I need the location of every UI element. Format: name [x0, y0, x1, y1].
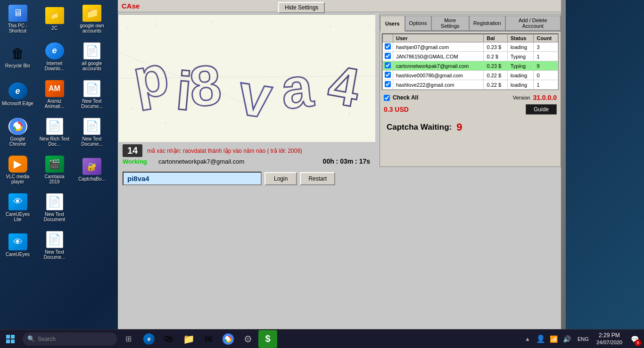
desktop-icon-all-google[interactable]: 📄 all google accounts [73, 38, 111, 75]
user-table-row[interactable]: hashjan07@gmail.com 0.23 $ loading 3 [383, 42, 558, 52]
tab-registration[interactable]: Registration [469, 16, 505, 31]
guide-button[interactable]: Guide [526, 104, 557, 115]
user-table-row[interactable]: hashlove222@gmail.com 0.22 $ loading 1 [383, 80, 558, 90]
svg-point-33 [226, 337, 230, 341]
user-email-2: cartonnetworkpak7@gmail.com [393, 61, 484, 71]
desktop-icon-ms-edge[interactable]: e Microsoft Edge [0, 75, 35, 113]
desktop-icon-new-text-2[interactable]: 📄 New Text Docume... [73, 113, 111, 151]
tab-add-delete[interactable]: Add / Delete Acccount [505, 16, 561, 31]
taskbar-edge-icon: e [148, 336, 151, 342]
usd-guide-row: 0.3 USD Guide [380, 103, 561, 116]
icon-label-captcha: CaptchaBo... [78, 176, 106, 182]
desktop-icon-careu-lite[interactable]: 👁 CareUEyes Lite [0, 189, 35, 226]
icon-label-new-text-1: New Text Docume... [75, 99, 109, 109]
taskbar-dollar-button[interactable]: $ [258, 330, 277, 348]
desktop-icon-inet-dl[interactable]: e Internet Downlo... [37, 38, 72, 75]
desktop-icon-2c[interactable]: 📁 2C [37, 0, 72, 38]
show-hidden-icons-button[interactable]: ▲ [522, 330, 533, 348]
icon-label-new-text-4: New Text Docume... [39, 249, 70, 260]
tab-more-settings[interactable]: More Settings [431, 16, 469, 31]
desktop-icon-recycle-bin[interactable]: 🗑 Recycle Bin [0, 38, 35, 75]
svg-point-13 [358, 108, 359, 109]
clock-time: 2:29 PM [599, 332, 620, 340]
svg-point-5 [139, 40, 140, 41]
tab-options[interactable]: Options [405, 16, 431, 31]
search-icon: 🔍 [27, 335, 35, 342]
svg-point-15 [146, 132, 147, 133]
desktop-icon-new-text-4[interactable]: 📄 New Text Docume... [37, 226, 72, 264]
col-header-bal: Bal [484, 34, 507, 42]
clock-area[interactable]: 2:29 PM 24/07/2020 [594, 330, 625, 348]
taskbar-folder-icon: 📁 [183, 333, 195, 345]
user-email-1: JAN786150@GMAIL.COM [393, 52, 484, 61]
user-bal-2: 0.23 $ [484, 61, 507, 71]
user-table-row[interactable]: cartonnetworkpak7@gmail.com 0.23 $ Typin… [383, 61, 558, 71]
taskbar-folder-button[interactable]: 📁 [179, 330, 198, 348]
hide-settings-button[interactable]: Hide Settings [278, 2, 325, 13]
working-row: Working cartonnetworkpak7@gmail.com 00h … [118, 156, 375, 167]
app-title: CAse [122, 2, 140, 10]
language-indicator[interactable]: ENG [575, 330, 592, 348]
captcha-input[interactable] [123, 172, 262, 185]
user-checkbox-0[interactable] [385, 43, 391, 50]
desktop-icon-careu[interactable]: 👁 CareUEyes [0, 226, 35, 264]
taskbar-store-button[interactable]: 🛍 [159, 330, 178, 348]
captcha-waiting-row: Captcha Waiting: 9 [380, 116, 561, 138]
scroll-indicator [561, 0, 566, 330]
icon-label-2c: 2C [51, 25, 58, 31]
desktop-icon-new-text-3[interactable]: 📄 New Text Document [37, 189, 72, 226]
taskbar-chrome-button[interactable] [219, 330, 238, 348]
taskbar-store-icon: 🛍 [164, 333, 173, 344]
timer-display: 00h : 03m : 17s [323, 157, 370, 165]
captcha-svg: p i 8 v a 4 [118, 15, 375, 142]
tray-network-icon-area[interactable]: 📶 [548, 330, 560, 348]
login-button[interactable]: Login [264, 172, 297, 185]
desktop-icon-vlc[interactable]: ▶ VLC media player [0, 151, 35, 189]
svg-point-16 [165, 123, 166, 124]
desktop-icon-animiz[interactable]: AM Animiz Animati... [37, 75, 72, 113]
user-checkbox-4[interactable] [385, 81, 391, 87]
taskbar-search-bar[interactable]: 🔍 Search [23, 332, 117, 346]
taskbar-edge-button[interactable]: e [140, 330, 158, 348]
task-view-button[interactable]: ⊞ [119, 330, 138, 348]
desktop-icon-new-text-1[interactable]: 📄 New Text Docume... [73, 75, 111, 113]
svg-point-10 [330, 26, 331, 27]
users-table: User Bal Status Count hashjan07@gmail.co… [382, 34, 558, 90]
user-status-2: Typing [507, 61, 534, 71]
captcha-waiting-label: Captcha Waiting: [387, 123, 452, 132]
taskbar-pinned-items: e 🛍 📁 ✉ ⚙ [138, 330, 279, 348]
user-checkbox-2[interactable] [385, 62, 391, 68]
taskbar-mail-button[interactable]: ✉ [199, 330, 218, 348]
notification-area[interactable]: 💬 9 [627, 330, 642, 348]
user-count-4: 1 [534, 80, 558, 90]
icon-label-camtasia: Camtasia 2019 [39, 174, 70, 184]
user-email-3: hashlove000786@gmail.com [393, 71, 484, 80]
desktop-icon-camtasia[interactable]: 🎬 Camtasia 2019 [37, 151, 72, 189]
tab-users[interactable]: Users [380, 16, 405, 32]
start-button[interactable] [0, 330, 21, 348]
desktop-icons-col3: 📁 google own accounts 📄 all google accou… [73, 0, 116, 189]
user-count-0: 3 [534, 42, 558, 52]
user-table-row[interactable]: JAN786150@GMAIL.COM 0.2 $ Typing 1 [383, 52, 558, 61]
restart-button[interactable]: Restart [300, 172, 335, 185]
version-number: 31.0.0.0 [533, 94, 557, 101]
check-all-checkbox[interactable] [384, 95, 390, 101]
desktop-icon-google-own[interactable]: 📁 google own accounts [73, 0, 111, 38]
tray-volume-icon-area[interactable]: 🔊 [561, 330, 573, 348]
svg-point-17 [316, 127, 317, 128]
desktop-icon-captcha[interactable]: 🔐 CaptchaBo... [73, 151, 111, 189]
svg-point-6 [156, 24, 157, 25]
taskbar-settings-button[interactable]: ⚙ [239, 330, 257, 348]
desktop-icon-google-chrome[interactable]: Google Chrome [0, 113, 35, 151]
panel-spacer [380, 138, 561, 166]
search-placeholder-text: Search [38, 336, 56, 342]
tray-person-icon-area[interactable]: 👤 [535, 330, 546, 348]
desktop-icon-this-pc[interactable]: 🖥 This PC - Shortcut [0, 0, 35, 38]
user-checkbox-3[interactable] [385, 72, 391, 78]
svg-point-12 [368, 24, 369, 25]
user-table-row[interactable]: hashlove000786@gmail.com 0.22 $ loading … [383, 71, 558, 80]
user-checkbox-1[interactable] [385, 53, 391, 59]
language-text: ENG [578, 336, 589, 342]
svg-point-7 [174, 35, 175, 36]
desktop-icon-rich-text[interactable]: 📄 New Rich Text Doc... [37, 113, 72, 151]
